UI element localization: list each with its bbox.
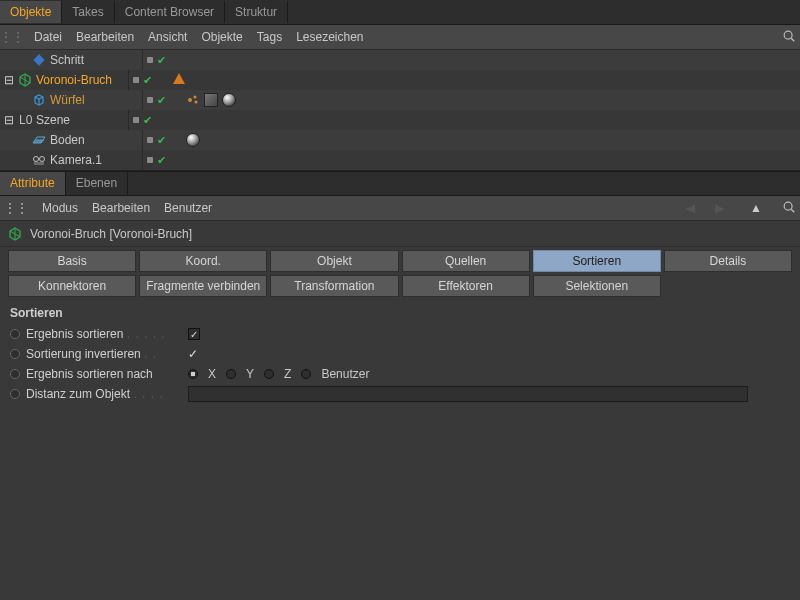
subtab-effectors[interactable]: Effektoren [402, 275, 530, 297]
sort-axis-radio-group: X Y Z Benutzer [188, 367, 369, 381]
subtab-transform[interactable]: Transformation [270, 275, 398, 297]
radio-x-label: X [208, 367, 216, 381]
top-tabs: Objekte Takes Content Browser Struktur [0, 0, 800, 25]
keyframe-diamond-icon [32, 53, 46, 67]
menu-objects[interactable]: Objekte [201, 30, 242, 44]
svg-point-20 [784, 202, 792, 210]
subtab-selections[interactable]: Selektionen [533, 275, 661, 297]
visibility-flags[interactable]: ✔ [128, 70, 166, 90]
nav-up-icon[interactable]: ▲ [750, 201, 762, 215]
object-name: Voronoi-Bruch [36, 73, 112, 87]
search-icon[interactable] [782, 200, 796, 217]
svg-marker-6 [173, 73, 185, 84]
material-tag-icon[interactable] [186, 133, 200, 147]
subtab-coord[interactable]: Koord. [139, 250, 267, 272]
radio-user-label: Benutzer [321, 367, 369, 381]
subtab-basic[interactable]: Basis [8, 250, 136, 272]
svg-rect-19 [34, 162, 44, 165]
menu-bookmarks[interactable]: Lesezeichen [296, 30, 363, 44]
menu-mode[interactable]: Modus [42, 201, 78, 215]
tree-row-camera[interactable]: ▸ Kamera.1 ✔ [0, 150, 800, 170]
subtab-connect-frag[interactable]: Fragmente verbinden [139, 275, 267, 297]
tree-row-scene[interactable]: ⊟ L0 Szene ✔ [0, 110, 800, 130]
menu-tags[interactable]: Tags [257, 30, 282, 44]
tab-takes[interactable]: Takes [62, 1, 114, 23]
svg-line-1 [791, 38, 794, 41]
material-tag-icon[interactable] [222, 93, 236, 107]
visibility-flags[interactable]: ✔ [142, 150, 180, 170]
radio-x[interactable] [188, 369, 198, 379]
prop-label: Ergebnis sortieren nach [26, 367, 153, 381]
checkbox-invert-sort[interactable]: ✓ [188, 347, 198, 361]
tab-attributes[interactable]: Attribute [0, 172, 66, 195]
nav-forward-icon[interactable]: ▶ [715, 201, 724, 215]
object-tree: ▸ Schritt ✔ ⊟ Voronoi-Bruch ✔ ▸ Würfe [0, 50, 800, 171]
collapse-icon[interactable]: ⊟ [4, 115, 14, 125]
radio-z[interactable] [264, 369, 274, 379]
attribute-tabs: Attribute Ebenen [0, 171, 800, 196]
subtab-sources[interactable]: Quellen [402, 250, 530, 272]
radio-y-label: Y [246, 367, 254, 381]
menu-edit[interactable]: Bearbeiten [76, 30, 134, 44]
menu-view[interactable]: Ansicht [148, 30, 187, 44]
subtab-details[interactable]: Details [664, 250, 792, 272]
tab-objects[interactable]: Objekte [0, 1, 62, 23]
object-name: Schritt [50, 53, 84, 67]
menu-edit[interactable]: Bearbeiten [92, 201, 150, 215]
radio-z-label: Z [284, 367, 291, 381]
prop-distance-object: Distanz zum Objekt . . . . [10, 384, 790, 404]
keyframe-dot-icon[interactable] [10, 329, 20, 339]
visibility-flags[interactable]: ✔ [142, 130, 180, 150]
property-list: Ergebnis sortieren . . . . . Sortierung … [0, 322, 800, 406]
tree-row-step[interactable]: ▸ Schritt ✔ [0, 50, 800, 70]
object-title: Voronoi-Bruch [Voronoi-Bruch] [30, 227, 192, 241]
search-icon[interactable] [782, 29, 796, 46]
floor-icon [32, 133, 46, 147]
distance-object-field[interactable] [188, 386, 748, 402]
tab-structure[interactable]: Struktur [225, 1, 288, 23]
subtab-object[interactable]: Objekt [270, 250, 398, 272]
tree-row-voronoi[interactable]: ⊟ Voronoi-Bruch ✔ [0, 70, 800, 90]
prop-sort-result: Ergebnis sortieren . . . . . [10, 324, 790, 344]
menu-file[interactable]: Datei [34, 30, 62, 44]
keyframe-dot-icon[interactable] [10, 389, 20, 399]
prop-invert-sort: Sortierung invertieren . . ✓ [10, 344, 790, 364]
tab-layers[interactable]: Ebenen [66, 172, 128, 195]
voronoi-icon [8, 227, 22, 241]
visibility-flags[interactable]: ✔ [128, 110, 166, 130]
svg-point-10 [194, 95, 197, 98]
tree-row-cube[interactable]: ▸ Würfel ✔ [0, 90, 800, 110]
visibility-flags[interactable]: ✔ [142, 90, 180, 110]
voronoi-icon [18, 73, 32, 87]
subtab-empty [664, 275, 792, 297]
keyframe-dot-icon[interactable] [10, 349, 20, 359]
object-title-row: Voronoi-Bruch [Voronoi-Bruch] [0, 221, 800, 247]
object-name: Würfel [50, 93, 85, 107]
objects-menubar: ⋮⋮ Datei Bearbeiten Ansicht Objekte Tags… [0, 25, 800, 50]
prop-label: Ergebnis sortieren [26, 327, 123, 341]
keyframe-dot-icon[interactable] [10, 369, 20, 379]
svg-point-9 [188, 98, 192, 102]
svg-point-17 [34, 157, 39, 162]
tree-row-floor[interactable]: ▸ Boden ✔ [0, 130, 800, 150]
visibility-flags[interactable]: ✔ [142, 50, 180, 70]
checkbox-sort-result[interactable] [188, 328, 200, 340]
attribute-subtabs: Basis Koord. Objekt Quellen Sortieren De… [0, 247, 800, 300]
object-name: Kamera.1 [50, 153, 102, 167]
subtab-sort[interactable]: Sortieren [533, 250, 661, 272]
null-icon: L0 [18, 113, 32, 127]
menu-user[interactable]: Benutzer [164, 201, 212, 215]
collapse-icon[interactable]: ⊟ [4, 75, 14, 85]
radio-user[interactable] [301, 369, 311, 379]
radio-y[interactable] [226, 369, 236, 379]
tab-content-browser[interactable]: Content Browser [115, 1, 225, 23]
subtab-connectors[interactable]: Konnektoren [8, 275, 136, 297]
svg-rect-2 [33, 54, 44, 65]
camera-icon [32, 153, 46, 167]
section-header: Sortieren [0, 300, 800, 322]
prop-label: Distanz zum Objekt [26, 387, 130, 401]
texture-tag-icon[interactable] [204, 93, 218, 107]
svg-text:L0: L0 [19, 113, 32, 127]
object-name: Boden [50, 133, 85, 147]
nav-back-icon[interactable]: ◀ [686, 201, 695, 215]
